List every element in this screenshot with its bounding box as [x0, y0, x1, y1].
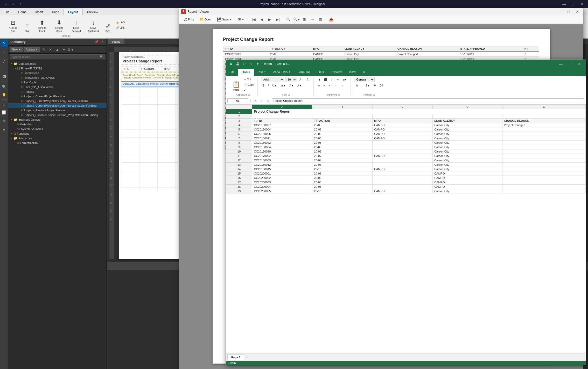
excel-cell-r11-b[interactable]: 20-07 — [312, 154, 373, 158]
excel-cell-r8-e[interactable] — [502, 141, 585, 145]
excel-cell-r13-c[interactable] — [373, 163, 433, 167]
pan-tool[interactable]: ✋ — [1, 91, 8, 98]
table-tool[interactable]: ⊞ — [1, 117, 8, 124]
excel-cell-r6-c[interactable]: CAMPO — [373, 132, 433, 136]
excel-cell-r8-a[interactable]: CC20150022 — [252, 141, 312, 145]
font-size-select[interactable]: 10 — [285, 77, 297, 82]
fill-color-button[interactable]: A▼ — [288, 83, 295, 88]
excel-tab-home[interactable]: Home — [238, 69, 254, 76]
viewer-minimize[interactable]: — — [556, 9, 563, 15]
grow-font-button[interactable]: A↑ — [298, 77, 304, 82]
next-page-viewer[interactable]: ▶ — [266, 16, 273, 23]
decimal-remove-button[interactable]: .00 — [378, 83, 384, 88]
excel-tab-formulas[interactable]: Formulas — [294, 69, 314, 76]
last-page-viewer[interactable]: ▶| — [274, 16, 281, 23]
excel-cell-r9-b[interactable]: 20-05 — [312, 145, 373, 149]
tree-item-projects-cpr-prf[interactable]: ≡ Projects_CurrentProjectRevision_Projec… — [8, 103, 107, 108]
size-button[interactable]: ⤢ Size — [102, 16, 114, 33]
excel-cell-r10-d[interactable]: Carson City — [433, 149, 502, 154]
close-button[interactable]: ✕ — [578, 1, 585, 8]
excel-cell-r17-d[interactable]: CAMPO — [433, 180, 502, 185]
percent-button[interactable]: % — [354, 83, 359, 88]
image-tool[interactable]: 🖼 — [1, 73, 8, 80]
zoom-out-viewer[interactable]: 🔍 — [285, 16, 292, 23]
excel-cell-r7-b[interactable]: 20-05 — [312, 136, 373, 141]
excel-cell-r13-a[interactable]: CC20180012 — [252, 163, 312, 167]
excel-tab-insert[interactable]: Insert — [254, 69, 269, 76]
col-b-header[interactable]: B — [312, 105, 373, 109]
excel-save-qa[interactable]: 💾 — [235, 61, 240, 67]
tree-item-functions[interactable]: ▸ fx Functions — [8, 131, 107, 136]
excel-tab-pagelayout[interactable]: Page Layout — [269, 69, 294, 76]
move-down-button[interactable]: ▼ — [61, 47, 67, 52]
excel-cell-r3-b[interactable]: TIP ACTION — [312, 119, 373, 123]
excel-customize-qa[interactable]: ▼ — [255, 61, 261, 67]
alignment-expand[interactable]: ⊡ — [338, 93, 340, 96]
excel-cell-r13-e[interactable] — [502, 163, 585, 167]
search-input[interactable] — [11, 55, 100, 59]
decrease-indent-button[interactable]: ← — [333, 83, 339, 88]
tree-item-formatb-json[interactable]: ▾ { } FormatB [JSON] — [8, 66, 107, 71]
tab-file[interactable]: File — [0, 9, 14, 15]
chart-tool[interactable]: 📊 — [1, 109, 8, 116]
toggle-data-sources[interactable]: ▾ — [10, 62, 13, 65]
link-button[interactable]: 🔗 Link — [114, 25, 127, 30]
format-painter-button[interactable]: 🖌 — [242, 88, 255, 92]
excel-cell-r15-c[interactable] — [373, 171, 433, 176]
excel-cell-r3-a[interactable]: TIP ID — [252, 119, 312, 123]
excel-tab-file[interactable]: File — [226, 69, 238, 76]
tree-item-formatb-ndot[interactable]: ≡ FormatB-NDOT — [8, 141, 107, 145]
viewer-close[interactable]: ✕ — [574, 9, 581, 15]
more-options-button[interactable]: ⚙▼ — [68, 47, 74, 52]
excel-r2-c2[interactable] — [373, 114, 433, 119]
bring-to-front-button[interactable]: ⬆ Bring to Front — [34, 16, 50, 33]
send-to-back-button[interactable]: ⬇ Send to Back — [51, 16, 67, 33]
tab-home[interactable]: Home — [14, 9, 31, 15]
tree-item-filtercriteria[interactable]: ≡ FilterCriteria — [8, 71, 107, 75]
col-c-header[interactable]: C — [373, 105, 433, 109]
excel-cell-r10-b[interactable]: 20-05 — [312, 149, 373, 154]
decimal-add-button[interactable]: .0 — [372, 83, 377, 88]
line-tool[interactable]: ╱ — [1, 57, 8, 65]
excel-cell-r14-e[interactable] — [502, 167, 585, 171]
excel-cell-r4-d[interactable]: Carson City — [433, 123, 502, 127]
excel-cell-r12-a[interactable]: CC20180009 — [252, 158, 312, 163]
excel-cell-r5-d[interactable]: Carson City — [433, 127, 502, 132]
actions-button[interactable]: Actions ▼ — [24, 47, 40, 52]
panel-pin-button[interactable]: 📌 — [94, 40, 99, 44]
tree-item-plancycle-fiscalyears[interactable]: ≡ PlanCycle_FiscalYears — [8, 85, 107, 89]
data-tool[interactable]: ≡ — [1, 101, 8, 108]
excel-cell-r15-a[interactable]: CC20200001 — [252, 171, 312, 176]
select-tool[interactable]: ↖ — [1, 40, 8, 47]
wrap-text-button[interactable]: ≡ — [336, 77, 340, 82]
excel-cell-r15-d[interactable]: CAMPO — [433, 171, 502, 176]
redo-button[interactable]: ↪ — [10, 1, 16, 7]
cancel-formula-icon[interactable]: ✕ — [253, 98, 258, 103]
excel-maximize[interactable]: □ — [566, 60, 574, 68]
excel-cell-r15-e[interactable] — [502, 171, 585, 176]
tab-preview[interactable]: Preview — [83, 9, 103, 15]
redo2-button[interactable]: ⤴ — [17, 1, 23, 7]
align-left-button[interactable]: ≡ — [317, 83, 321, 88]
excel-cell-r14-b[interactable]: 20-10 — [312, 167, 373, 171]
excel-cell-r6-e[interactable] — [502, 132, 585, 136]
rect-tool[interactable]: □ — [1, 65, 8, 73]
tree-item-system-variables[interactable]: ⚙ System Variables — [8, 127, 107, 131]
number-format-select[interactable]: General — [354, 77, 375, 82]
excel-cell-r8-d[interactable]: Carson City — [433, 141, 502, 145]
excel-cell-r3-c[interactable]: MPO — [373, 119, 433, 123]
lock-button[interactable]: 🔒 Lock — [114, 19, 127, 25]
toggle-formatb[interactable]: ▾ — [13, 67, 17, 70]
number-expand[interactable]: ⊡ — [373, 93, 375, 96]
tree-item-projects-cpr[interactable]: ≡ Projects_CurrentProjectRevision — [8, 94, 107, 99]
excel-cell-r9-e[interactable] — [502, 145, 585, 149]
excel-cell-r5-c[interactable]: CAMPO — [373, 127, 433, 132]
tree-item-resources[interactable]: ▾ 📁 Resources — [8, 136, 107, 141]
excel-cell-r4-e[interactable]: Project Changed — [502, 123, 585, 127]
align-to-grid-button[interactable]: ⊞ Align to Grid — [5, 16, 21, 33]
delete-button[interactable]: ✕ — [48, 47, 53, 52]
tab-layout[interactable]: Layout — [64, 9, 82, 15]
excel-cell-r9-c[interactable] — [373, 145, 433, 149]
align-middle-button[interactable]: ⬛ — [323, 77, 329, 82]
excel-cell-r18-a[interactable]: CC20200004 — [252, 185, 312, 189]
